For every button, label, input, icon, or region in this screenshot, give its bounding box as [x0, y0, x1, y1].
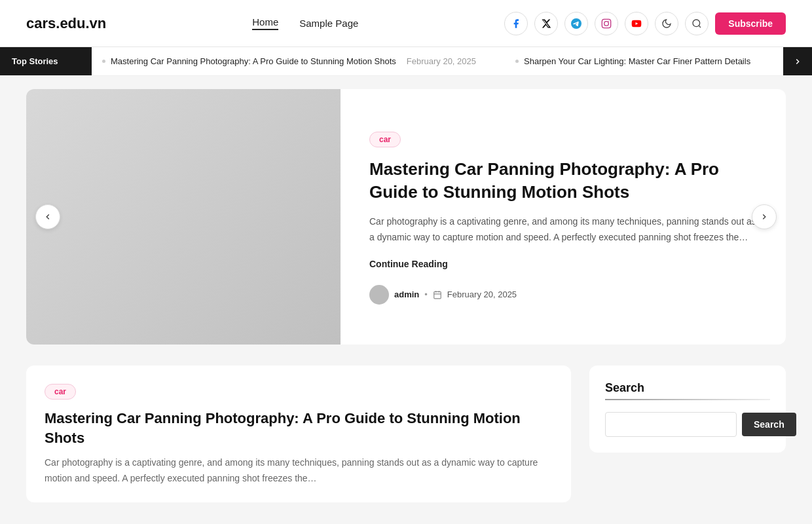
hero-author-avatar	[369, 285, 389, 305]
svg-point-2	[608, 20, 609, 21]
hero-image-placeholder	[26, 89, 341, 345]
ticker-nav-button[interactable]	[783, 47, 812, 76]
ticker-text-2: Sharpen Your Car Lighting: Master Car Fi…	[524, 56, 750, 66]
moon-icon	[661, 18, 672, 29]
hero-date: February 20, 2025	[447, 290, 517, 299]
svg-rect-5	[434, 291, 441, 299]
search-title-underline	[605, 399, 770, 400]
ticker-dot-2	[515, 60, 519, 63]
twitter-x-icon-btn[interactable]	[534, 12, 558, 35]
slider-next-button[interactable]	[752, 204, 777, 229]
ticker-item-2: Sharpen Your Car Lighting: Master Car Fi…	[515, 56, 750, 66]
hero-meta: admin • February 20, 2025	[369, 285, 760, 305]
chevron-right-icon-slider	[760, 212, 769, 221]
ticker-text-1: Mastering Car Panning Photography: A Pro…	[111, 56, 396, 66]
header-actions: Subscribe	[504, 12, 786, 35]
ticker-bar: Top Stories Mastering Car Panning Photog…	[0, 47, 812, 76]
article-category-tag[interactable]: car	[45, 384, 76, 400]
svg-rect-0	[602, 19, 611, 28]
hero-excerpt: Car photography is a captivating genre, …	[369, 214, 760, 246]
article-card: car Mastering Car Panning Photography: A…	[26, 365, 571, 502]
youtube-icon	[631, 18, 642, 29]
search-widget-title: Search	[605, 381, 770, 395]
ticker-date-1: February 20, 2025	[407, 56, 476, 66]
nav-home[interactable]: Home	[252, 16, 278, 30]
svg-point-4	[693, 20, 700, 27]
hero-title: Mastering Car Panning Photography: A Pro…	[369, 158, 760, 204]
hero-slider: car Mastering Car Panning Photography: A…	[26, 89, 786, 345]
subscribe-button[interactable]: Subscribe	[715, 12, 786, 35]
hero-author-name: admin	[394, 290, 419, 299]
search-widget: Search Search	[589, 365, 786, 453]
sidebar: Search Search	[589, 365, 786, 453]
search-icon	[692, 18, 702, 29]
hero-category-tag[interactable]: car	[369, 132, 401, 147]
svg-point-1	[604, 21, 609, 26]
main-nav: Home Sample Page	[252, 16, 358, 30]
chevron-left-icon	[43, 212, 52, 221]
article-excerpt: Car photography is a captivating genre, …	[45, 455, 553, 487]
instagram-icon	[601, 18, 612, 29]
header-search-btn[interactable]	[685, 12, 709, 35]
site-logo[interactable]: cars.edu.vn	[26, 15, 106, 32]
facebook-icon	[511, 18, 521, 29]
search-button[interactable]: Search	[742, 413, 796, 436]
telegram-icon-btn[interactable]	[564, 12, 588, 35]
theme-toggle-btn[interactable]	[655, 12, 678, 35]
ticker-content: Mastering Car Panning Photography: A Pro…	[92, 56, 783, 66]
main-content: car Mastering Car Panning Photography: A…	[0, 76, 812, 515]
hero-meta-separator: •	[424, 290, 428, 299]
article-title: Mastering Car Panning Photography: A Pro…	[45, 409, 553, 447]
nav-sample-page[interactable]: Sample Page	[299, 18, 358, 29]
search-row: Search	[605, 412, 770, 437]
ticker-item-1: Mastering Car Panning Photography: A Pro…	[102, 56, 476, 66]
chevron-right-icon	[793, 57, 802, 66]
site-header: cars.edu.vn Home Sample Page	[0, 0, 812, 47]
ticker-dot	[102, 60, 105, 63]
lower-section: car Mastering Car Panning Photography: A…	[26, 365, 786, 502]
slider-prev-button[interactable]	[35, 204, 60, 229]
calendar-icon	[433, 290, 442, 299]
hero-continue-reading-link[interactable]: Continue Reading	[369, 259, 760, 269]
youtube-icon-btn[interactable]	[625, 12, 648, 35]
search-input[interactable]	[605, 412, 737, 437]
ticker-label: Top Stories	[0, 47, 92, 75]
facebook-icon-btn[interactable]	[504, 12, 528, 35]
instagram-icon-btn[interactable]	[595, 12, 618, 35]
telegram-icon	[571, 18, 581, 29]
twitter-x-icon	[541, 18, 551, 29]
hero-content: car Mastering Car Panning Photography: A…	[341, 89, 786, 345]
hero-image	[26, 89, 341, 345]
